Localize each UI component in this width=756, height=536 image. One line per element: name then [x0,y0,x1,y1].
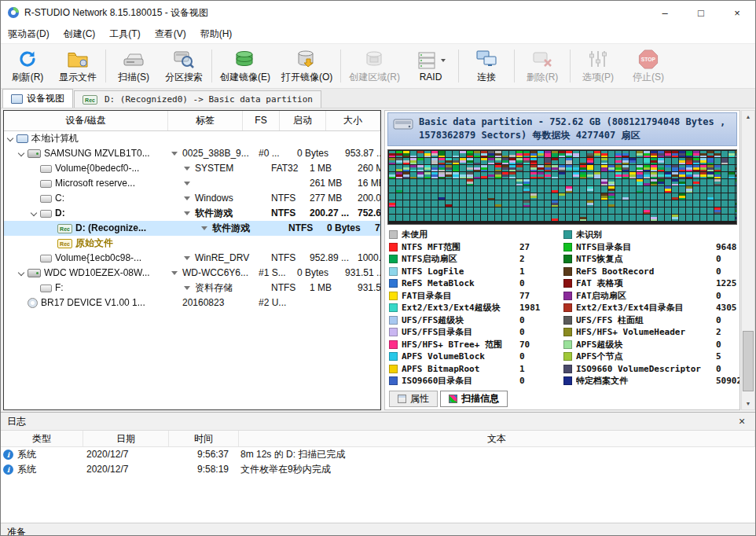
legend-label: UFS/FFS 柱面组 [576,314,714,326]
close-icon[interactable]: × [735,415,749,428]
partition-info-header: Basic data partition - 752.62 GB (808121… [387,112,737,146]
table-row[interactable]: Microsoft reserve... 261 MB 16 MB [4,176,380,191]
expander-icon[interactable] [17,146,28,161]
tab-properties[interactable]: 属性 [389,391,438,407]
legend-color-swatch [389,352,398,361]
connect-button[interactable]: 连接 [461,44,512,88]
table-row[interactable]: C: Windows NTFS 277 MB 200.00 ... [4,191,380,206]
dropdown-caret-icon[interactable] [184,182,190,185]
raid-dropdown-icon[interactable] [441,59,446,62]
tab-scan-info[interactable]: 扫描信息 [440,391,508,407]
column-header-date[interactable]: 日期 [83,431,169,446]
scan-block-map-canvas[interactable] [388,150,737,222]
dropdown-caret-icon[interactable] [201,226,207,230]
expander-icon[interactable] [6,131,17,146]
log-time: 9:58:19 [167,462,237,477]
legend-color-swatch [389,230,398,239]
legend-value: 77 [518,291,530,301]
column-header-start[interactable]: 启动 [280,111,326,130]
log-row[interactable]: 系统 2020/12/7 9:58:19 文件枚举在9秒内完成 [1,462,755,477]
expander-icon[interactable] [17,266,28,281]
column-header-label[interactable]: 标签 [168,111,243,130]
view-tab-bar: 设备视图 Rec D: (Recognized0) -> Basic data … [1,89,755,108]
table-row[interactable]: Rec原始文件 [4,236,380,251]
scan-button[interactable]: 扫描(S) [108,44,159,88]
column-header-type[interactable]: 类型 [1,431,83,446]
menu-item[interactable]: 驱动器(D) [1,24,57,43]
table-row[interactable]: F: 资料存储 NTFS 1 MB 931.51 ... [4,281,380,296]
legend-label: UFS/FFS超级块 [402,314,518,326]
legend-value: 0 [714,254,721,264]
menu-item[interactable]: 查看(V) [148,24,193,43]
menu-item[interactable]: 创建(C) [57,24,103,43]
dropdown-caret-icon[interactable] [184,167,190,171]
legend-color-swatch [563,316,572,325]
device-size: 260 MB [355,161,380,176]
table-row[interactable]: WDC WD10EZEX-08W... WD-WCC6Y6... #1 S...… [4,266,380,281]
legend-color-swatch [389,365,398,373]
table-row-selected[interactable]: RecD: (Recognize... 软件游戏 NTFS 0 Bytes 75… [4,221,380,236]
legend-color-swatch [389,255,398,263]
dropdown-caret-icon[interactable] [184,196,190,200]
tab-recognized-partition[interactable]: Rec D: (Recognized0) -> Basic data parti… [74,90,321,108]
table-row[interactable]: Volume{1ecb0c98-... WinRE_DRV NTFS 952.8… [4,251,380,266]
column-header-device[interactable]: 设备/磁盘 [4,111,168,130]
raid-button[interactable]: RAID [406,44,456,88]
device-tree-panel: 设备/磁盘 标签 FS 启动 大小 本地计算机 SAMSUNG MZVLB1T0… [3,110,381,410]
legend-value: 0 [714,291,721,301]
show-files-button[interactable]: 显示文件 [53,44,103,88]
legend-value: 70 [518,340,530,350]
legend-color-swatch [389,316,398,325]
column-header-size[interactable]: 大小 [326,111,380,130]
legend-item: 未识别 [563,229,737,241]
properties-icon [398,395,406,403]
minimize-button[interactable]: – [647,1,683,24]
log-table-header: 类型 日期 时间 文本 [1,431,755,447]
log-type: 系统 [17,462,36,477]
dropdown-caret-icon[interactable] [171,271,178,275]
scrollbar-vertical[interactable]: ▲ ▼ [741,110,755,410]
menu-item[interactable]: 工具(T) [102,24,147,43]
dropdown-caret-icon[interactable] [171,152,178,156]
maximize-button[interactable]: □ [683,1,719,24]
legend-color-swatch [389,243,398,251]
column-header-text[interactable]: 文本 [239,431,755,446]
close-button[interactable]: × [719,1,755,24]
device-fs: NTFS [269,281,307,296]
legend-label: ReFS BootRecord [576,266,714,277]
partition-search-button[interactable]: 分区搜索 [159,44,209,88]
table-row[interactable]: 本地计算机 [4,131,380,146]
table-row[interactable]: SAMSUNG MZVLB1T0... 0025_388B_9... #0 ..… [4,146,380,161]
legend-label: HFS/HFS+ BTree+ 范围 [402,339,518,351]
green-disk-icon [234,49,256,70]
scan-block-map[interactable] [387,149,737,225]
legend-value: 27 [518,242,530,252]
column-header-fs[interactable]: FS [243,111,280,130]
column-header-time[interactable]: 时间 [169,431,239,446]
log-row[interactable]: 系统 2020/12/7 9:56:37 8m 12s 的 D: 扫描已完成 [1,447,755,462]
scroll-down-icon[interactable]: ▼ [742,398,754,409]
tree-header: 设备/磁盘 标签 FS 启动 大小 [4,111,380,131]
table-row[interactable]: D: 软件游戏 NTFS 200.27 ... 752.62 ... [4,206,380,221]
scan-legend: 未使用 NTFS MFT范围 27 [387,227,737,387]
device-label: WD-WCC6Y6... [180,266,256,281]
table-row[interactable]: Volume{0bedecf0-... SYSTEM FAT32 1 MB 26… [4,161,380,176]
title-bar: R-STUDIO Network 8.15.180015 - 设备视图 – □ … [1,1,755,24]
scroll-up-icon[interactable]: ▲ [742,111,754,123]
refresh-button[interactable]: 刷新(R) [2,44,53,88]
dropdown-caret-icon[interactable] [184,286,190,290]
refresh-icon [17,49,38,70]
device-size: 931.51 ... [343,266,380,281]
menu-item[interactable]: 帮助(H) [193,24,240,43]
dropdown-caret-icon[interactable] [184,256,190,260]
device-name: SAMSUNG MZVLB1T0... [44,146,150,161]
scrollbar-thumb[interactable] [743,331,754,391]
legend-color-swatch [563,352,572,361]
open-image-button[interactable]: 打开镜像(O) [276,44,338,88]
create-image-button[interactable]: 创建镜像(E) [215,44,276,88]
tab-device-view[interactable]: 设备视图 [2,89,73,108]
dropdown-caret-icon[interactable] [184,211,190,215]
expander-icon[interactable] [29,206,40,221]
table-row[interactable]: BR17 DEVICE V1.00 1... 20160823 #2 U... [4,296,380,310]
scrollbar-track[interactable] [742,123,754,398]
